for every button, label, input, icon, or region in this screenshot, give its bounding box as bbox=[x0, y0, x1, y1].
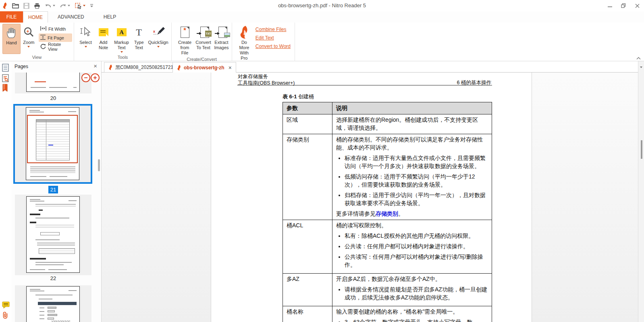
restore-button[interactable] bbox=[617, 0, 630, 11]
nitro-pro-flame-icon bbox=[239, 25, 249, 39]
open-file-button[interactable] bbox=[12, 3, 19, 8]
type-text-button[interactable]: T Type Text bbox=[131, 24, 147, 54]
snapshot-tool-button[interactable] bbox=[75, 2, 85, 9]
page-preview-icon[interactable] bbox=[2, 74, 9, 84]
tools-group-label: Tools bbox=[74, 54, 171, 61]
page-number-22: 22 bbox=[45, 275, 61, 281]
markup-dropdown-arrow[interactable] bbox=[120, 51, 123, 53]
pdf-table-body: 区域选择新建桶所在的Region。桶创建成功后，不支持变更区域，请谨慎选择。存储… bbox=[283, 114, 492, 322]
convert-to-text-button[interactable]: TXT Convert To Text bbox=[194, 24, 213, 56]
param-cell: 区域 bbox=[283, 114, 332, 134]
bookmark-icon[interactable] bbox=[2, 84, 8, 93]
page-thumbnail-21-selected[interactable] bbox=[13, 104, 92, 184]
thumbnail-zoom-in-button[interactable]: + bbox=[91, 73, 100, 82]
quicksign-button[interactable]: x QuickSign bbox=[147, 24, 170, 54]
scroll-down-arrow[interactable] bbox=[640, 66, 642, 68]
page-thumbnail-22[interactable] bbox=[26, 196, 80, 273]
bullet-item: 归档存储：适用于很少访问（平均一年一次），且对数据获取速率要求不高的业务场景。 bbox=[345, 191, 488, 207]
scrollbar-thumb[interactable] bbox=[641, 140, 642, 159]
fit-page-label: Fit Page bbox=[48, 35, 64, 40]
bullet-item: 低频访问存储：适用于不频繁访问（平均一年少于12次），但需要快速获取数据的业务场… bbox=[345, 172, 488, 189]
view-group-label: View bbox=[0, 54, 74, 61]
fit-width-button[interactable]: Fit Width bbox=[39, 25, 72, 33]
save-button[interactable] bbox=[23, 3, 29, 9]
collapse-ribbon-button[interactable] bbox=[636, 54, 641, 61]
page-thumbnail-20[interactable] bbox=[26, 73, 80, 92]
combine-files-link[interactable]: Combine Files bbox=[256, 27, 291, 32]
document-tab-1[interactable]: 黑C0M808_20250825172131 bbox=[104, 62, 183, 73]
fit-page-button[interactable]: Fit Page bbox=[39, 33, 72, 42]
close-button[interactable] bbox=[630, 0, 644, 11]
hand-tool-button[interactable]: Hand bbox=[2, 24, 21, 54]
header-desc: 说明 bbox=[332, 102, 492, 114]
markup-text-button[interactable]: A Markup Text bbox=[112, 24, 131, 54]
title-bar: obs-browsertg-zh.pdf - Nitro Reader 5 bbox=[0, 0, 644, 11]
snapshot-dropdown-arrow[interactable] bbox=[83, 5, 85, 6]
quicksign-dropdown-arrow[interactable] bbox=[157, 46, 160, 48]
vertical-scrollbar[interactable] bbox=[638, 61, 644, 322]
thumbnail-zoom-out-button[interactable]: − bbox=[81, 73, 90, 82]
param-cell: 存储类别 bbox=[283, 134, 332, 220]
customize-toolbar-button[interactable] bbox=[90, 4, 93, 8]
quicksign-label: QuickSign bbox=[148, 40, 168, 45]
page-thumbnail-23[interactable] bbox=[26, 286, 80, 322]
undo-dropdown-arrow[interactable] bbox=[53, 5, 55, 6]
ribbon-group-tools: Select Add Note A Markup Text T Type Tex… bbox=[74, 23, 172, 61]
bullet-item: 请根据业务情况提前规划是否开启多AZ功能，桶一旦创建成功，后续无法修改多AZ功能… bbox=[345, 285, 488, 301]
document-tab-bar: 黑C0M808_20250825172131 obs-browsertg-zh … bbox=[102, 61, 638, 73]
pages-panel-icon[interactable] bbox=[2, 64, 9, 73]
redo-dropdown-arrow[interactable] bbox=[68, 5, 70, 6]
param-cell: 桶名称 bbox=[283, 306, 332, 322]
tab-advanced[interactable]: ADVANCED bbox=[48, 11, 94, 23]
nitro-reader-window: obs-browsertg-zh.pdf - Nitro Reader 5 FI… bbox=[0, 0, 644, 322]
table-caption: 表 6-1 创建桶 bbox=[283, 93, 314, 100]
bullet-item: 3～63个字符，数字或字母开头，支持小写字母、数字、“-”、“.”。 bbox=[345, 318, 488, 322]
description-cell: 桶的读写权限控制。私有：除桶ACL授权外的其他用户无桶的访问权限。公共读：任何用… bbox=[332, 220, 492, 274]
quick-access-toolbar bbox=[2, 0, 93, 11]
attachments-panel-icon[interactable] bbox=[2, 311, 9, 321]
description-cell: 开启多AZ后，数据冗余存储至多个AZ中。请根据业务情况提前规划是否开启多AZ功能… bbox=[332, 274, 492, 306]
tab-home[interactable]: HOME bbox=[23, 11, 48, 23]
select-dropdown-arrow[interactable] bbox=[85, 46, 87, 48]
extract-images-label: Extract Images bbox=[214, 40, 229, 50]
tab-help[interactable]: HELP bbox=[94, 11, 126, 23]
convert-to-word-link[interactable]: Convert to Word bbox=[256, 44, 291, 49]
param-cell: 桶ACL bbox=[283, 220, 332, 274]
select-tool-button[interactable]: Select bbox=[77, 24, 95, 54]
hand-label: Hand bbox=[6, 40, 17, 46]
document-tab-2-active[interactable]: obs-browsertg-zh × bbox=[172, 62, 236, 73]
param-cell: 多AZ bbox=[283, 274, 332, 306]
description-intro: 选择新建桶所在的Region。桶创建成功后，不支持变更区域，请谨慎选择。 bbox=[336, 116, 488, 132]
storage-class-link[interactable]: 存储类别 bbox=[376, 210, 398, 217]
document-tab-close-icon[interactable]: × bbox=[229, 64, 232, 71]
do-more-with-pro-button[interactable]: Do More With Pro bbox=[235, 24, 253, 61]
description-intro: 输入需要创建的桶的名称，“桶名称”需全局唯一。 bbox=[336, 307, 488, 316]
comments-panel-icon[interactable] bbox=[2, 301, 10, 310]
pages-panel-close-icon[interactable]: × bbox=[93, 63, 97, 69]
navigation-icon-strip bbox=[0, 61, 11, 322]
zoom-dropdown-arrow[interactable] bbox=[27, 46, 30, 48]
pen-nib-icon: x bbox=[152, 25, 165, 39]
type-text-icon: T bbox=[136, 25, 142, 39]
tab-file[interactable]: FILE bbox=[0, 11, 23, 23]
sidebar-scrollbar-thumb[interactable] bbox=[98, 159, 100, 171]
ribbon-group-view: Hand + Zoom Fit Width bbox=[0, 23, 74, 61]
table-row: 桶名称输入需要创建的桶的名称，“桶名称”需全局唯一。3～63个字符，数字或字母开… bbox=[283, 306, 492, 322]
redo-button[interactable] bbox=[60, 3, 70, 8]
table-row: 区域选择新建桶所在的Region。桶创建成功后，不支持变更区域，请谨慎选择。 bbox=[283, 114, 492, 134]
add-note-label: Add Note bbox=[96, 40, 111, 50]
print-button[interactable] bbox=[34, 3, 40, 9]
minimize-button[interactable] bbox=[603, 0, 617, 11]
create-from-file-button[interactable]: * Create from File bbox=[176, 24, 194, 56]
nitro-doc-icon bbox=[177, 65, 181, 71]
add-note-button[interactable]: Add Note bbox=[95, 24, 112, 54]
zoom-button[interactable]: + Zoom bbox=[21, 24, 37, 54]
bullet-item: 公共读：任何用户都可以对桶内对象进行读操作。 bbox=[345, 242, 488, 250]
edit-text-link[interactable]: Edit Text bbox=[256, 35, 291, 41]
document-tab-1-label: 黑C0M808_20250825172131 bbox=[115, 64, 179, 71]
extract-images-button[interactable]: Extract Images bbox=[213, 24, 230, 56]
rotate-view-button[interactable]: Rotate View bbox=[39, 42, 72, 51]
hand-icon bbox=[5, 25, 17, 40]
undo-button[interactable] bbox=[45, 3, 55, 8]
ribbon-group-create-convert: * Create from File TXT Convert To Text bbox=[172, 23, 232, 61]
